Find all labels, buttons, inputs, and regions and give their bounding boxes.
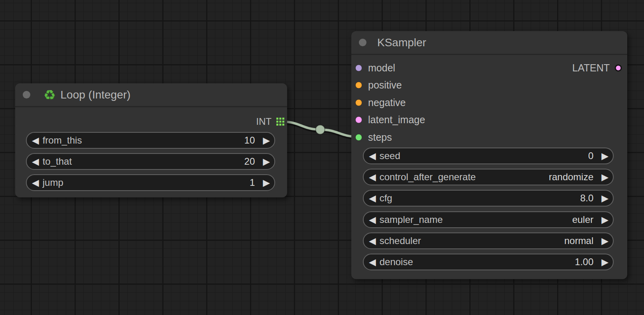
increment-arrow-icon[interactable]: ▶ xyxy=(263,136,270,145)
widget-value[interactable]: euler xyxy=(572,214,593,225)
decrement-arrow-icon[interactable]: ◀ xyxy=(369,194,376,203)
int-output-slot-grid-icon[interactable] xyxy=(276,118,284,126)
latent-image-input-label: latent_image xyxy=(368,114,425,126)
input-row-model[interactable]: model xyxy=(355,63,395,73)
link-midpoint-dot[interactable] xyxy=(316,125,325,134)
widget-from-this[interactable]: ◀ from_this 10 ▶ xyxy=(26,132,275,149)
widget-label: jump xyxy=(43,177,63,188)
increment-arrow-icon[interactable]: ▶ xyxy=(601,258,609,267)
widget-value[interactable]: 10 xyxy=(244,135,255,146)
latent-image-input-slot[interactable] xyxy=(355,116,362,123)
widget-value[interactable]: 20 xyxy=(244,156,255,167)
node-graph-canvas[interactable]: ♻ Loop (Integer) INT ◀ from_this 10 ▶ xyxy=(0,0,644,315)
decrement-arrow-icon[interactable]: ◀ xyxy=(369,173,376,182)
widget-value[interactable]: randomize xyxy=(549,171,593,183)
widget-label: cfg xyxy=(380,193,392,204)
widget-label: from_this xyxy=(43,135,82,146)
widget-jump[interactable]: ◀ jump 1 ▶ xyxy=(26,174,275,191)
widget-value[interactable]: 1.00 xyxy=(575,256,594,268)
widget-cfg[interactable]: ◀ cfg 8.0 ▶ xyxy=(363,190,614,207)
loop-output-row: INT xyxy=(256,116,284,127)
widget-label: sampler_name xyxy=(380,214,443,225)
widget-control-after-generate[interactable]: ◀ control_after_generate randomize ▶ xyxy=(363,169,614,185)
widget-label: to_that xyxy=(43,156,72,167)
widget-label: seed xyxy=(380,150,400,161)
collapse-dot[interactable] xyxy=(23,91,30,98)
recycle-icon: ♻ xyxy=(43,88,55,102)
increment-arrow-icon[interactable]: ▶ xyxy=(601,152,609,161)
widget-label: control_after_generate xyxy=(380,171,476,183)
widget-scheduler[interactable]: ◀ scheduler normal ▶ xyxy=(363,232,614,249)
negative-input-slot[interactable] xyxy=(355,99,362,106)
increment-arrow-icon[interactable]: ▶ xyxy=(601,173,609,182)
int-output-label: INT xyxy=(256,116,272,127)
link-wire[interactable] xyxy=(280,122,359,137)
increment-arrow-icon[interactable]: ▶ xyxy=(601,194,609,203)
widget-sampler-name[interactable]: ◀ sampler_name euler ▶ xyxy=(363,211,614,228)
widget-value[interactable]: 0 xyxy=(588,150,593,161)
positive-input-label: positive xyxy=(368,79,402,91)
widget-denoise[interactable]: ◀ denoise 1.00 ▶ xyxy=(363,254,614,270)
input-row-steps[interactable]: steps xyxy=(355,132,392,142)
increment-arrow-icon[interactable]: ▶ xyxy=(263,178,270,187)
decrement-arrow-icon[interactable]: ◀ xyxy=(369,152,376,161)
increment-arrow-icon[interactable]: ▶ xyxy=(601,236,609,246)
input-row-negative[interactable]: negative xyxy=(355,97,406,108)
output-row-latent[interactable]: LATENT xyxy=(572,63,622,73)
link-wire-shadow xyxy=(281,123,359,138)
widget-seed[interactable]: ◀ seed 0 ▶ xyxy=(363,148,614,164)
latent-output-slot[interactable] xyxy=(614,64,622,72)
negative-input-label: negative xyxy=(368,97,406,108)
steps-input-label: steps xyxy=(368,132,392,143)
node-loop-integer[interactable]: ♻ Loop (Integer) INT ◀ from_this 10 ▶ xyxy=(15,83,287,197)
widget-value[interactable]: normal xyxy=(564,235,593,246)
latent-output-label: LATENT xyxy=(572,62,610,74)
input-row-positive[interactable]: positive xyxy=(355,80,402,90)
steps-input-slot[interactable] xyxy=(355,134,362,141)
widget-value[interactable]: 1 xyxy=(250,177,255,188)
decrement-arrow-icon[interactable]: ◀ xyxy=(32,136,39,145)
ksampler-node-title: KSampler xyxy=(377,36,426,49)
decrement-arrow-icon[interactable]: ◀ xyxy=(369,258,376,267)
decrement-arrow-icon[interactable]: ◀ xyxy=(369,236,376,246)
model-input-slot[interactable] xyxy=(355,65,362,71)
widget-label: denoise xyxy=(380,256,413,268)
input-row-latent-image[interactable]: latent_image xyxy=(355,114,425,125)
collapse-dot[interactable] xyxy=(359,39,366,46)
loop-node-header[interactable]: ♻ Loop (Integer) xyxy=(15,83,287,107)
node-ksampler[interactable]: KSampler model positive negative la xyxy=(351,31,627,279)
widget-value[interactable]: 8.0 xyxy=(580,193,593,204)
widget-to-that[interactable]: ◀ to_that 20 ▶ xyxy=(26,153,275,170)
decrement-arrow-icon[interactable]: ◀ xyxy=(32,157,39,166)
widget-label: scheduler xyxy=(380,235,421,246)
decrement-arrow-icon[interactable]: ◀ xyxy=(369,215,376,224)
increment-arrow-icon[interactable]: ▶ xyxy=(601,215,609,224)
increment-arrow-icon[interactable]: ▶ xyxy=(263,157,270,166)
ksampler-node-header[interactable]: KSampler xyxy=(351,31,627,55)
positive-input-slot[interactable] xyxy=(355,82,362,89)
model-input-label: model xyxy=(368,62,395,74)
decrement-arrow-icon[interactable]: ◀ xyxy=(32,178,39,187)
loop-node-title: Loop (Integer) xyxy=(60,89,130,101)
